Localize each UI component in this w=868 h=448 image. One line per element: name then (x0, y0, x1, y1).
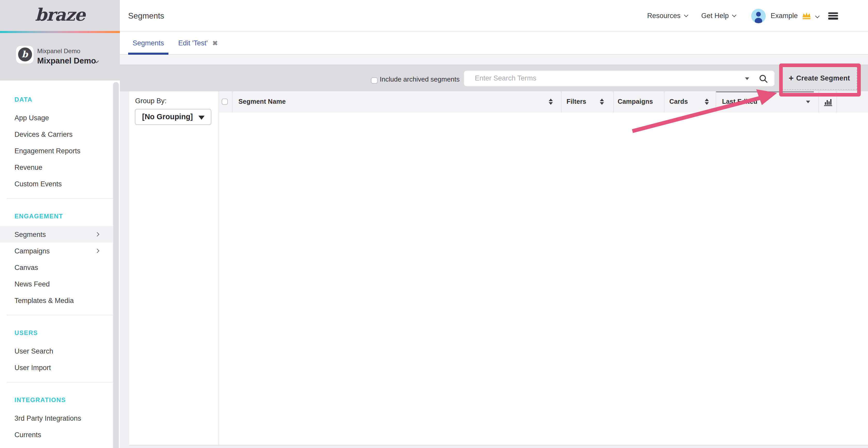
table-header: Segment Name Filters Campaigns Cards Las… (219, 91, 868, 112)
column-divider (664, 91, 664, 112)
section-label-integrations: INTEGRATIONS (0, 394, 120, 405)
column-divider (232, 91, 233, 112)
column-header-segment-name[interactable]: Segment Name (239, 91, 286, 112)
create-segment-button[interactable]: + Create Segment (781, 67, 857, 90)
workspace-label: Mixpanel Demo (37, 47, 80, 55)
sidebar-item-user-import[interactable]: User Import (0, 359, 113, 376)
workspace-icon: b (16, 46, 34, 63)
column-header-cards[interactable]: Cards (669, 91, 688, 112)
segments-toolbar: Include archived segments + Create Segme… (120, 65, 868, 91)
spacer (120, 55, 868, 65)
chevron-right-icon (95, 249, 99, 253)
sidebar-item-revenue[interactable]: Revenue (0, 159, 113, 175)
caret-down-icon (198, 115, 205, 119)
divider (7, 382, 113, 382)
sidebar: braze b Mixpanel Demo Mixpanel Demo DATA… (0, 0, 120, 448)
chevron-right-icon (95, 232, 99, 237)
close-icon[interactable]: ✖ (212, 39, 218, 47)
active-tab-underline (128, 53, 168, 55)
plus-icon: + (789, 74, 794, 82)
content-area: Group By: [No Grouping] Segment Name Fil… (120, 91, 868, 448)
caret-down-icon[interactable] (806, 100, 810, 103)
chevron-down-icon (732, 13, 737, 17)
sidebar-scrollbar[interactable] (113, 82, 119, 448)
user-name[interactable]: Example (771, 12, 798, 20)
hamburger-menu-icon[interactable] (828, 12, 838, 20)
group-by-label: Group By: (135, 97, 167, 105)
sidebar-item-campaigns[interactable]: Campaigns (0, 243, 113, 259)
braze-dashboard: braze b Mixpanel Demo Mixpanel Demo DATA… (0, 0, 868, 448)
column-divider (715, 91, 716, 112)
column-divider (818, 91, 819, 112)
tab-bar: Segments Edit 'Test' ✖ (120, 32, 868, 55)
sidebar-nav: DATA App Usage Devices & Carriers Engage… (0, 80, 120, 443)
top-header: Segments Resources Get Help Example (120, 0, 868, 32)
group-by-panel: Group By: [No Grouping] (129, 91, 218, 445)
main-area: Segments Resources Get Help Example (120, 0, 868, 448)
chevron-down-icon (684, 13, 688, 17)
workspace-b-glyph: b (18, 47, 32, 61)
column-divider (561, 91, 562, 112)
grouping-value: [No Grouping] (142, 109, 193, 124)
resources-menu[interactable]: Resources (647, 12, 688, 20)
workspace-switcher[interactable]: b Mixpanel Demo Mixpanel Demo (0, 33, 120, 80)
divider (7, 315, 113, 315)
column-header-campaigns[interactable]: Campaigns (618, 91, 653, 112)
get-help-menu[interactable]: Get Help (701, 12, 736, 20)
avatar[interactable] (751, 8, 766, 23)
sidebar-item-segments[interactable]: Segments (0, 226, 113, 243)
sidebar-item-engagement-reports[interactable]: Engagement Reports (0, 142, 113, 159)
sidebar-item-templates-media[interactable]: Templates & Media (0, 292, 113, 309)
sort-icon[interactable] (599, 99, 604, 105)
include-archived-label[interactable]: Include archived segments (380, 65, 460, 91)
column-header-filters[interactable]: Filters (566, 91, 586, 112)
search-box (464, 70, 774, 86)
sort-icon[interactable] (705, 99, 709, 105)
sidebar-item-currents[interactable]: Currents (0, 426, 113, 443)
sidebar-item-3rd-party-integrations[interactable]: 3rd Party Integrations (0, 410, 113, 426)
crown-icon (801, 11, 812, 20)
tab-segments[interactable]: Segments (128, 32, 168, 54)
column-header-last-edited[interactable]: Last Edited (722, 91, 757, 112)
workspace-name: Mixpanel Demo (37, 56, 96, 65)
header-actions: Resources Get Help Example (647, 0, 838, 32)
sidebar-item-user-search[interactable]: User Search (0, 343, 113, 359)
braze-logo[interactable]: braze (35, 6, 85, 25)
chevron-down-icon[interactable] (815, 14, 820, 18)
column-divider (613, 91, 614, 112)
section-label-engagement: ENGAGEMENT (0, 211, 120, 221)
include-archived-checkbox[interactable] (371, 77, 377, 83)
page-title: Segments (128, 0, 164, 32)
section-label-users: USERS (0, 328, 120, 338)
sidebar-item-devices-carriers[interactable]: Devices & Carriers (0, 126, 113, 142)
search-input[interactable] (464, 70, 774, 86)
sort-icon[interactable] (549, 99, 553, 105)
sidebar-item-news-feed[interactable]: News Feed (0, 276, 113, 292)
sidebar-item-canvas[interactable]: Canvas (0, 259, 113, 276)
select-all-checkbox[interactable] (221, 98, 228, 105)
segments-table: Segment Name Filters Campaigns Cards Las… (218, 91, 868, 445)
column-divider (836, 91, 837, 112)
bar-chart-icon[interactable] (823, 98, 832, 108)
logo-header: braze (0, 0, 120, 31)
sidebar-item-app-usage[interactable]: App Usage (0, 109, 113, 126)
section-label-data: DATA (0, 94, 120, 105)
grouping-dropdown[interactable]: [No Grouping] (135, 109, 211, 125)
sidebar-item-custom-events[interactable]: Custom Events (0, 175, 113, 192)
search-dropdown-caret-icon[interactable] (745, 77, 749, 80)
divider (7, 198, 113, 199)
brand-gradient-bar (0, 31, 120, 33)
search-icon[interactable] (759, 74, 768, 85)
tab-edit-test[interactable]: Edit 'Test' ✖ (178, 32, 218, 54)
